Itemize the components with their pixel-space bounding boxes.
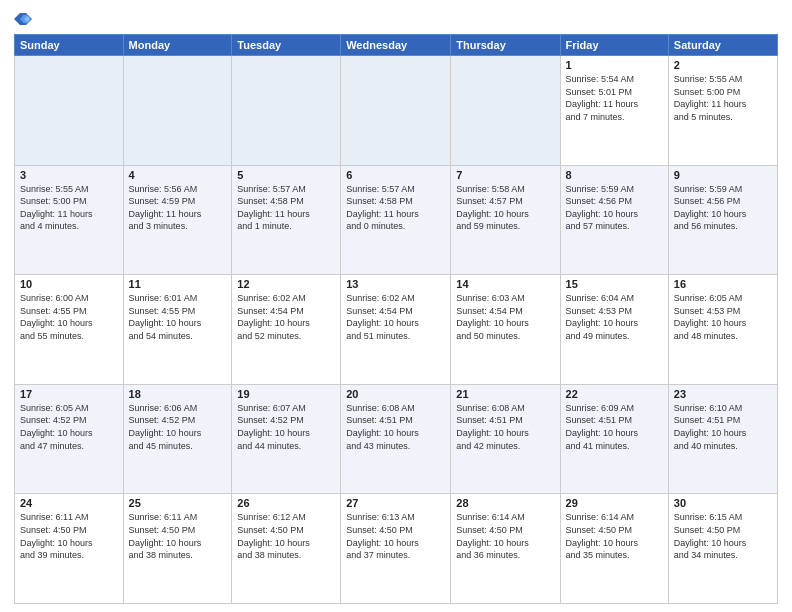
day-info: Sunrise: 6:01 AMSunset: 4:55 PMDaylight:… — [129, 292, 227, 342]
day-number: 11 — [129, 278, 227, 290]
day-number: 20 — [346, 388, 445, 400]
calendar-cell: 16Sunrise: 6:05 AMSunset: 4:53 PMDayligh… — [668, 275, 777, 385]
day-number: 29 — [566, 497, 663, 509]
calendar-cell: 3Sunrise: 5:55 AMSunset: 5:00 PMDaylight… — [15, 165, 124, 275]
calendar-week-row: 1Sunrise: 5:54 AMSunset: 5:01 PMDaylight… — [15, 56, 778, 166]
page: SundayMondayTuesdayWednesdayThursdayFrid… — [0, 0, 792, 612]
calendar-cell: 12Sunrise: 6:02 AMSunset: 4:54 PMDayligh… — [232, 275, 341, 385]
day-number: 26 — [237, 497, 335, 509]
day-info: Sunrise: 6:00 AMSunset: 4:55 PMDaylight:… — [20, 292, 118, 342]
day-info: Sunrise: 6:05 AMSunset: 4:53 PMDaylight:… — [674, 292, 772, 342]
day-number: 16 — [674, 278, 772, 290]
day-info: Sunrise: 6:04 AMSunset: 4:53 PMDaylight:… — [566, 292, 663, 342]
calendar-cell: 26Sunrise: 6:12 AMSunset: 4:50 PMDayligh… — [232, 494, 341, 604]
calendar-cell: 27Sunrise: 6:13 AMSunset: 4:50 PMDayligh… — [341, 494, 451, 604]
day-number: 25 — [129, 497, 227, 509]
calendar-week-row: 3Sunrise: 5:55 AMSunset: 5:00 PMDaylight… — [15, 165, 778, 275]
calendar-cell: 22Sunrise: 6:09 AMSunset: 4:51 PMDayligh… — [560, 384, 668, 494]
calendar-cell: 20Sunrise: 6:08 AMSunset: 4:51 PMDayligh… — [341, 384, 451, 494]
day-info: Sunrise: 6:08 AMSunset: 4:51 PMDaylight:… — [456, 402, 554, 452]
weekday-header: Sunday — [15, 35, 124, 56]
calendar-cell: 28Sunrise: 6:14 AMSunset: 4:50 PMDayligh… — [451, 494, 560, 604]
calendar-cell: 18Sunrise: 6:06 AMSunset: 4:52 PMDayligh… — [123, 384, 232, 494]
weekday-header: Tuesday — [232, 35, 341, 56]
weekday-header: Saturday — [668, 35, 777, 56]
day-number: 15 — [566, 278, 663, 290]
day-info: Sunrise: 6:05 AMSunset: 4:52 PMDaylight:… — [20, 402, 118, 452]
day-number: 8 — [566, 169, 663, 181]
calendar-cell: 9Sunrise: 5:59 AMSunset: 4:56 PMDaylight… — [668, 165, 777, 275]
day-info: Sunrise: 6:14 AMSunset: 4:50 PMDaylight:… — [566, 511, 663, 561]
day-info: Sunrise: 5:58 AMSunset: 4:57 PMDaylight:… — [456, 183, 554, 233]
calendar-cell: 13Sunrise: 6:02 AMSunset: 4:54 PMDayligh… — [341, 275, 451, 385]
day-number: 27 — [346, 497, 445, 509]
calendar-cell: 21Sunrise: 6:08 AMSunset: 4:51 PMDayligh… — [451, 384, 560, 494]
calendar-cell: 8Sunrise: 5:59 AMSunset: 4:56 PMDaylight… — [560, 165, 668, 275]
day-number: 19 — [237, 388, 335, 400]
day-number: 13 — [346, 278, 445, 290]
day-number: 28 — [456, 497, 554, 509]
day-info: Sunrise: 6:07 AMSunset: 4:52 PMDaylight:… — [237, 402, 335, 452]
day-number: 3 — [20, 169, 118, 181]
day-info: Sunrise: 6:02 AMSunset: 4:54 PMDaylight:… — [346, 292, 445, 342]
header — [14, 10, 778, 28]
day-number: 1 — [566, 59, 663, 71]
calendar-cell: 17Sunrise: 6:05 AMSunset: 4:52 PMDayligh… — [15, 384, 124, 494]
day-number: 9 — [674, 169, 772, 181]
calendar-header-row: SundayMondayTuesdayWednesdayThursdayFrid… — [15, 35, 778, 56]
logo — [14, 10, 36, 28]
day-info: Sunrise: 6:09 AMSunset: 4:51 PMDaylight:… — [566, 402, 663, 452]
day-info: Sunrise: 5:55 AMSunset: 5:00 PMDaylight:… — [674, 73, 772, 123]
calendar-cell — [232, 56, 341, 166]
calendar-cell: 1Sunrise: 5:54 AMSunset: 5:01 PMDaylight… — [560, 56, 668, 166]
day-info: Sunrise: 6:08 AMSunset: 4:51 PMDaylight:… — [346, 402, 445, 452]
day-info: Sunrise: 6:15 AMSunset: 4:50 PMDaylight:… — [674, 511, 772, 561]
day-number: 17 — [20, 388, 118, 400]
calendar-cell — [341, 56, 451, 166]
day-info: Sunrise: 6:13 AMSunset: 4:50 PMDaylight:… — [346, 511, 445, 561]
day-number: 21 — [456, 388, 554, 400]
calendar-week-row: 17Sunrise: 6:05 AMSunset: 4:52 PMDayligh… — [15, 384, 778, 494]
logo-icon — [14, 10, 32, 28]
day-number: 7 — [456, 169, 554, 181]
calendar-cell: 15Sunrise: 6:04 AMSunset: 4:53 PMDayligh… — [560, 275, 668, 385]
day-info: Sunrise: 6:10 AMSunset: 4:51 PMDaylight:… — [674, 402, 772, 452]
weekday-header: Wednesday — [341, 35, 451, 56]
day-info: Sunrise: 6:02 AMSunset: 4:54 PMDaylight:… — [237, 292, 335, 342]
day-number: 22 — [566, 388, 663, 400]
calendar-cell: 10Sunrise: 6:00 AMSunset: 4:55 PMDayligh… — [15, 275, 124, 385]
calendar-cell: 30Sunrise: 6:15 AMSunset: 4:50 PMDayligh… — [668, 494, 777, 604]
day-info: Sunrise: 6:03 AMSunset: 4:54 PMDaylight:… — [456, 292, 554, 342]
day-number: 14 — [456, 278, 554, 290]
day-info: Sunrise: 6:14 AMSunset: 4:50 PMDaylight:… — [456, 511, 554, 561]
calendar-cell: 11Sunrise: 6:01 AMSunset: 4:55 PMDayligh… — [123, 275, 232, 385]
calendar-week-row: 10Sunrise: 6:00 AMSunset: 4:55 PMDayligh… — [15, 275, 778, 385]
day-info: Sunrise: 5:56 AMSunset: 4:59 PMDaylight:… — [129, 183, 227, 233]
calendar-cell: 6Sunrise: 5:57 AMSunset: 4:58 PMDaylight… — [341, 165, 451, 275]
calendar-cell: 14Sunrise: 6:03 AMSunset: 4:54 PMDayligh… — [451, 275, 560, 385]
calendar-cell — [451, 56, 560, 166]
day-info: Sunrise: 5:59 AMSunset: 4:56 PMDaylight:… — [674, 183, 772, 233]
day-number: 24 — [20, 497, 118, 509]
calendar-cell: 24Sunrise: 6:11 AMSunset: 4:50 PMDayligh… — [15, 494, 124, 604]
day-number: 5 — [237, 169, 335, 181]
day-info: Sunrise: 5:57 AMSunset: 4:58 PMDaylight:… — [237, 183, 335, 233]
day-info: Sunrise: 6:12 AMSunset: 4:50 PMDaylight:… — [237, 511, 335, 561]
calendar-cell: 5Sunrise: 5:57 AMSunset: 4:58 PMDaylight… — [232, 165, 341, 275]
calendar-cell: 23Sunrise: 6:10 AMSunset: 4:51 PMDayligh… — [668, 384, 777, 494]
day-number: 18 — [129, 388, 227, 400]
calendar-cell: 2Sunrise: 5:55 AMSunset: 5:00 PMDaylight… — [668, 56, 777, 166]
day-info: Sunrise: 6:11 AMSunset: 4:50 PMDaylight:… — [20, 511, 118, 561]
day-info: Sunrise: 6:06 AMSunset: 4:52 PMDaylight:… — [129, 402, 227, 452]
day-info: Sunrise: 6:11 AMSunset: 4:50 PMDaylight:… — [129, 511, 227, 561]
calendar-cell — [15, 56, 124, 166]
day-info: Sunrise: 5:59 AMSunset: 4:56 PMDaylight:… — [566, 183, 663, 233]
calendar-cell — [123, 56, 232, 166]
calendar-week-row: 24Sunrise: 6:11 AMSunset: 4:50 PMDayligh… — [15, 494, 778, 604]
weekday-header: Monday — [123, 35, 232, 56]
day-info: Sunrise: 5:55 AMSunset: 5:00 PMDaylight:… — [20, 183, 118, 233]
day-number: 2 — [674, 59, 772, 71]
day-number: 6 — [346, 169, 445, 181]
calendar-cell: 7Sunrise: 5:58 AMSunset: 4:57 PMDaylight… — [451, 165, 560, 275]
calendar-cell: 19Sunrise: 6:07 AMSunset: 4:52 PMDayligh… — [232, 384, 341, 494]
